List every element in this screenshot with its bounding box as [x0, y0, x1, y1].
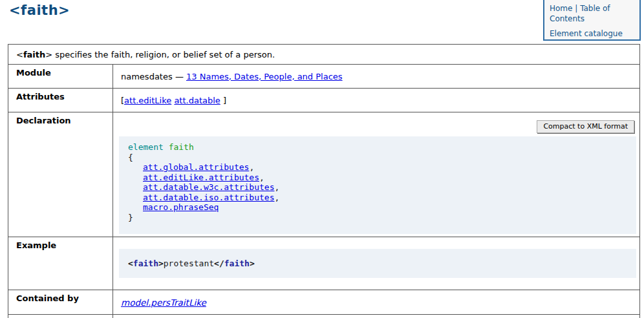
att-editlike-attributes-link[interactable]: att.editLike.attributes	[143, 173, 259, 182]
example-text: protestant	[164, 259, 214, 268]
att-datable-link[interactable]: att.datable	[174, 96, 220, 105]
contained-by-value: model.persTraitLike	[113, 290, 640, 315]
att-editlike-link[interactable]: att.editLike	[124, 96, 171, 105]
nav-separator: |	[575, 4, 577, 13]
example-close-lt: </	[214, 259, 224, 268]
description-cell: <faith> specifies the faith, religion, o…	[8, 45, 640, 65]
description-gt: >	[45, 50, 52, 59]
member-suffix: ,	[259, 173, 264, 182]
code-brace-open: {	[128, 153, 627, 163]
nav-row-2: Element catalogue	[550, 29, 634, 39]
code-member-line: att.datable.iso.attributes,	[128, 193, 627, 203]
description-lt: <	[16, 50, 23, 59]
module-value: namesdates — 13 Names, Dates, People, an…	[113, 65, 640, 89]
example-close-tag-name: faith	[224, 259, 250, 268]
compact-to-xml-button[interactable]: Compact to XML format	[537, 120, 634, 133]
module-chapter-link[interactable]: 13 Names, Dates, People, and Places	[186, 72, 343, 81]
element-reference-table: <faith> specifies the faith, religion, o…	[8, 44, 640, 318]
att-datable-w3c-attributes-link[interactable]: att.datable.w3c.attributes	[143, 182, 275, 192]
module-row: Module namesdates — 13 Names, Dates, Peo…	[8, 65, 640, 89]
nav-row-1: Home | Table of Contents	[550, 4, 634, 24]
example-code-block: <faith>protestant</faith>	[119, 249, 636, 278]
code-member-line: macro.phraseSeq	[128, 202, 627, 213]
example-row: Example <faith>protestant</faith>	[8, 237, 640, 290]
table-row-stub	[8, 315, 640, 318]
example-open-lt: <	[128, 259, 133, 268]
module-label: Module	[8, 65, 113, 89]
home-link[interactable]: Home	[550, 4, 572, 13]
declaration-label: Declaration	[8, 112, 113, 237]
code-member-line: att.datable.w3c.attributes,	[128, 182, 627, 193]
declaration-button-row: Compact to XML format	[113, 120, 634, 133]
page-title: <faith>	[9, 3, 70, 18]
model-perstraitlike-link[interactable]: model.persTraitLike	[121, 297, 206, 308]
module-name: namesdates	[121, 72, 173, 81]
member-suffix: ,	[275, 182, 280, 192]
attributes-value: [att.editLike att.datable ]	[113, 89, 640, 112]
att-datable-iso-attributes-link[interactable]: att.datable.iso.attributes	[143, 193, 275, 202]
description-row: <faith> specifies the faith, religion, o…	[8, 45, 640, 65]
example-close-gt: >	[250, 259, 255, 268]
example-open-gt: >	[158, 259, 164, 268]
member-suffix: ,	[249, 162, 254, 172]
element-catalogue-link[interactable]: Element catalogue	[550, 29, 623, 38]
macro-phraseseq-link[interactable]: macro.phraseSeq	[143, 202, 219, 212]
stub-value	[113, 315, 640, 318]
element-reference-page: <faith> Home | Table of Contents Element…	[0, 0, 644, 318]
module-dash: —	[175, 72, 184, 81]
contained-by-row: Contained by model.persTraitLike	[8, 290, 640, 315]
example-label: Example	[8, 237, 113, 290]
contained-by-label: Contained by	[8, 290, 113, 315]
code-member-line: att.global.attributes,	[128, 162, 627, 173]
description-text: specifies the faith, religion, or belief…	[55, 50, 275, 59]
code-element-name: faith	[169, 142, 194, 152]
top-nav-box: Home | Table of Contents Element catalog…	[543, 0, 641, 41]
declaration-value: Compact to XML format element faith { at…	[113, 112, 640, 237]
code-brace-close: }	[128, 213, 627, 223]
attributes-bracket-close: ]	[223, 96, 226, 105]
attributes-label: Attributes	[8, 89, 113, 112]
code-keyword: element	[128, 142, 164, 152]
example-value: <faith>protestant</faith>	[113, 237, 640, 290]
member-suffix: ,	[275, 193, 280, 202]
example-open-tag-name: faith	[133, 259, 158, 268]
attributes-row: Attributes [att.editLike att.datable ]	[8, 89, 640, 112]
att-global-attributes-link[interactable]: att.global.attributes	[143, 162, 249, 172]
code-member-line: att.editLike.attributes,	[128, 173, 627, 183]
description-tag-name: faith	[23, 50, 45, 59]
code-line-element: element faith	[128, 142, 627, 153]
declaration-row: Declaration Compact to XML format elemen…	[8, 112, 640, 237]
declaration-code-block: element faith { att.global.attributes, a…	[119, 136, 636, 234]
stub-label	[8, 315, 113, 318]
